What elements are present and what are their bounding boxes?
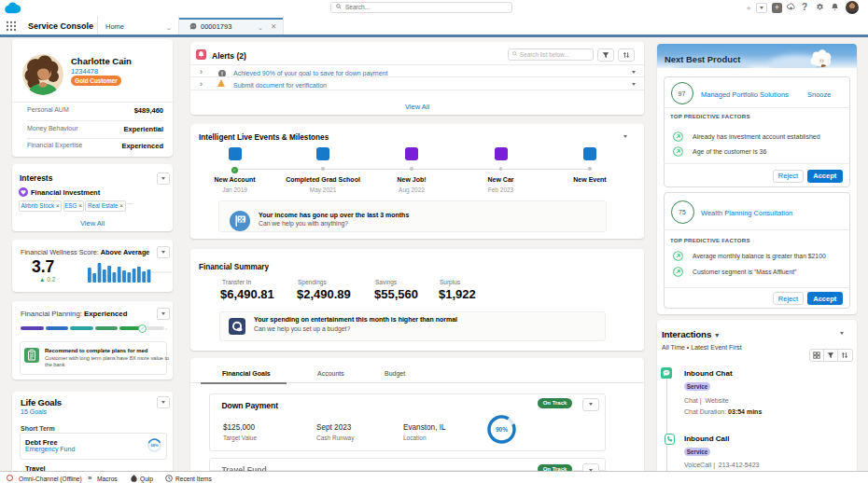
- svg-text:90%: 90%: [496, 426, 508, 433]
- svg-text:68%: 68%: [150, 443, 158, 448]
